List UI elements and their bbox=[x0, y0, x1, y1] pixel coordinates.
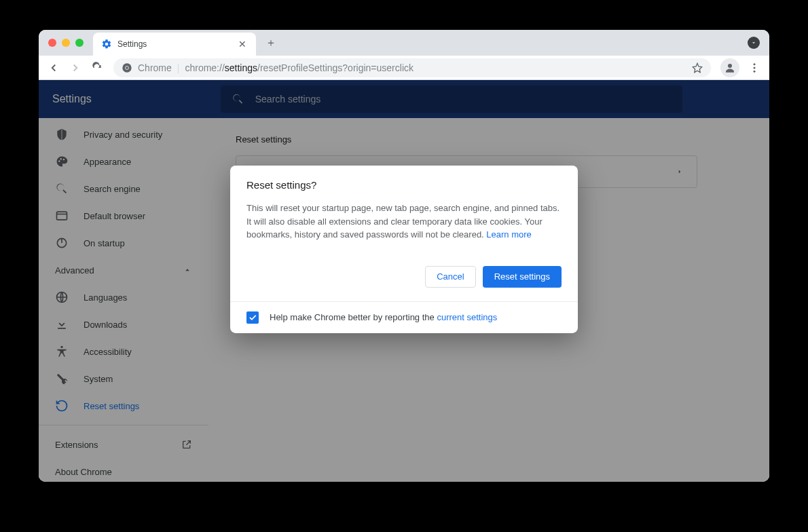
new-tab-button[interactable]: ＋ bbox=[261, 33, 280, 52]
url-prefix: Chrome bbox=[138, 62, 172, 73]
learn-more-link[interactable]: Learn more bbox=[486, 229, 531, 240]
footer-label: Help make Chrome better by reporting the bbox=[270, 312, 437, 322]
svg-point-2 bbox=[126, 66, 128, 69]
minimize-window-button[interactable] bbox=[62, 39, 70, 47]
cancel-button[interactable]: Cancel bbox=[425, 265, 475, 287]
svg-point-3 bbox=[728, 64, 732, 68]
reset-settings-dialog: Reset settings? This will reset your sta… bbox=[230, 166, 578, 333]
profile-avatar[interactable] bbox=[720, 58, 739, 77]
url-host: settings bbox=[225, 62, 257, 73]
report-checkbox[interactable] bbox=[246, 311, 259, 323]
close-tab-button[interactable]: ✕ bbox=[237, 39, 248, 50]
svg-point-6 bbox=[754, 70, 756, 72]
close-window-button[interactable] bbox=[48, 39, 56, 47]
toolbar: Chrome | chrome://settings/resetProfileS… bbox=[39, 56, 769, 80]
browser-tab[interactable]: Settings ✕ bbox=[93, 33, 256, 56]
browser-window: Settings ✕ ＋ Chrome | chrome://settings/… bbox=[39, 30, 769, 482]
current-settings-link[interactable]: current settings bbox=[437, 312, 497, 322]
titlebar: Settings ✕ ＋ bbox=[39, 30, 769, 56]
window-controls bbox=[39, 39, 93, 47]
bookmark-star-icon[interactable] bbox=[692, 62, 703, 73]
svg-point-5 bbox=[754, 66, 756, 69]
tab-title: Settings bbox=[117, 39, 232, 49]
address-bar[interactable]: Chrome | chrome://settings/resetProfileS… bbox=[113, 58, 711, 77]
reset-settings-button[interactable]: Reset settings bbox=[483, 265, 562, 287]
url-scheme: chrome:// bbox=[185, 62, 224, 73]
dialog-body-text: This will reset your startup page, new t… bbox=[246, 202, 562, 242]
kebab-menu-icon[interactable] bbox=[745, 58, 764, 77]
url-path: /resetProfileSettings?origin=userclick bbox=[257, 62, 414, 73]
reload-button[interactable] bbox=[88, 58, 107, 77]
dialog-footer: Help make Chrome better by reporting the… bbox=[230, 301, 578, 332]
footer-text: Help make Chrome better by reporting the… bbox=[270, 312, 497, 322]
forward-button[interactable] bbox=[66, 58, 85, 77]
chrome-icon bbox=[122, 62, 132, 73]
dialog-title: Reset settings? bbox=[246, 179, 562, 191]
back-button[interactable] bbox=[44, 58, 63, 77]
url-text: Chrome | chrome://settings/resetProfileS… bbox=[138, 62, 414, 73]
gear-icon bbox=[101, 39, 112, 50]
maximize-window-button[interactable] bbox=[75, 39, 84, 47]
svg-point-4 bbox=[754, 63, 756, 65]
window-menu-icon[interactable] bbox=[748, 37, 760, 49]
